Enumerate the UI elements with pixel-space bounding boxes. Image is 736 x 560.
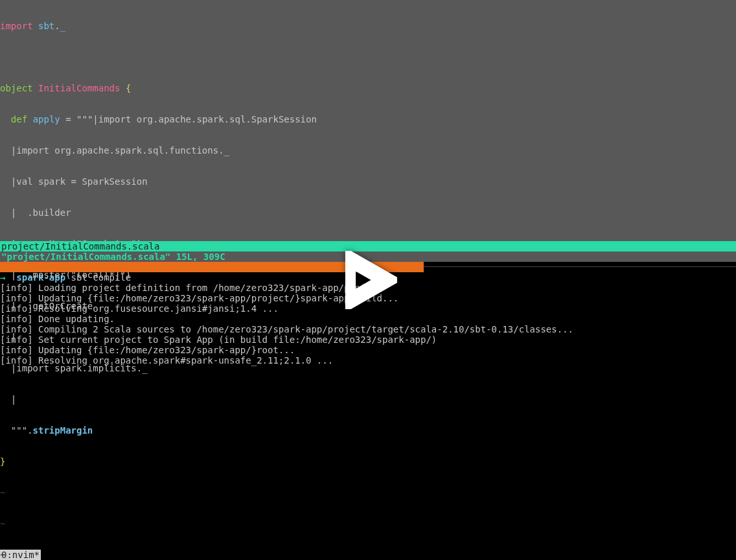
code-line: def apply = """|import org.apache.spark.…	[0, 114, 736, 124]
play-button[interactable]	[339, 251, 397, 309]
code-line: |	[0, 332, 736, 342]
editor-pane[interactable]: import sbt._ object InitialCommands { de…	[0, 0, 736, 251]
code-line: |val spark = SparkSession	[0, 176, 736, 187]
code-line: import sbt._	[0, 21, 736, 31]
keyword-import: import	[0, 21, 33, 31]
close-brace: }	[0, 456, 5, 467]
code-line: """.stripMargin	[0, 425, 736, 436]
equals: =	[60, 114, 76, 124]
function-name: apply	[33, 114, 60, 124]
open-brace: {	[126, 83, 131, 93]
status-file-path: project/InitialCommands.scala	[1, 241, 159, 251]
string-literal: """|import org.apache.spark.sql.SparkSes…	[76, 114, 317, 124]
keyword-def: def	[11, 114, 27, 124]
code-line: | .builder	[0, 207, 736, 218]
code-line: }	[0, 456, 736, 467]
code-line	[0, 52, 736, 62]
dot: .	[54, 21, 60, 31]
object-name: InitialCommands	[38, 83, 120, 93]
code-line: object InitialCommands {	[0, 83, 736, 93]
empty-line-tilde: ~	[0, 519, 736, 529]
play-icon	[339, 251, 397, 309]
screenshot-root: import sbt._ object InitialCommands { de…	[0, 0, 736, 560]
vim-status-bar: project/InitialCommands.scala	[0, 241, 736, 251]
empty-line-tilde: ~	[0, 487, 736, 498]
code-line: |	[0, 394, 736, 404]
code-line: |import org.apache.spark.sql.functions._	[0, 145, 736, 156]
method-call: stripMargin	[33, 425, 93, 436]
string-literal: """.	[0, 425, 33, 436]
underscore: _	[60, 21, 65, 31]
identifier-sbt: sbt	[38, 21, 54, 31]
code-line: |import spark.implicits._	[0, 363, 736, 373]
keyword-object: object	[0, 83, 33, 93]
empty-line-tilde: ~	[0, 550, 736, 560]
divider-inactive-segment	[424, 266, 736, 267]
